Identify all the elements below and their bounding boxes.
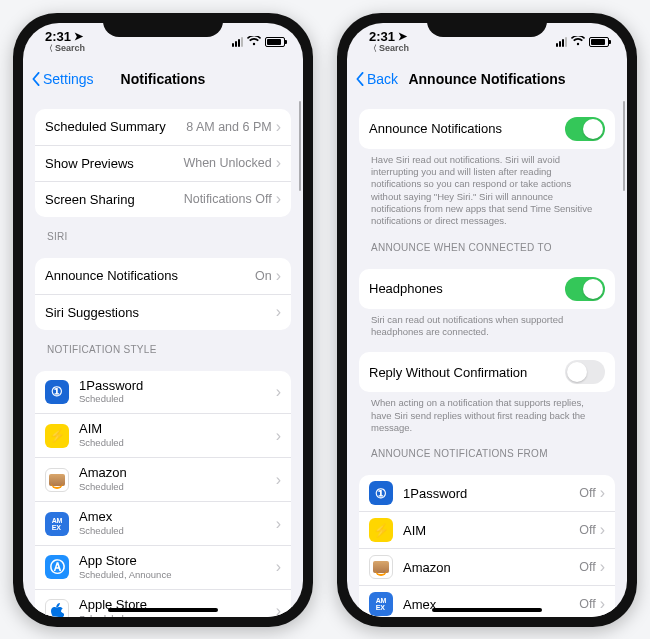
app-sub: Scheduled [79,438,276,449]
row-value: 8 AM and 6 PM [186,120,271,134]
row-show-previews[interactable]: Show Previews When Unlocked› [35,145,291,181]
app-icon [45,468,69,492]
app-icon [369,555,393,579]
section-header-connected: ANNOUNCE WHEN CONNECTED TO [359,228,615,257]
group-headphones: Headphones [359,269,615,309]
toggle-headphones[interactable] [565,277,605,301]
scrollbar[interactable] [623,101,625,191]
group-siri: Announce Notifications On› Siri Suggesti… [35,258,291,330]
chevron-right-icon: › [600,522,605,538]
row-announce-notifications[interactable]: Announce Notifications [359,109,615,149]
page-title: Announce Notifications [408,71,565,87]
app-name: Amazon [79,466,276,481]
row-announce-notifications[interactable]: Announce Notifications On› [35,258,291,294]
row-reply[interactable]: Reply Without Confirmation [359,352,615,392]
chevron-right-icon: › [276,472,281,488]
app-row-apple-store[interactable]: Apple Store Scheduled › [35,589,291,617]
screen-right: 2:31 ➤ 〈 Search Back Announc [347,23,627,617]
back-button[interactable]: Settings [31,61,94,97]
phone-right: 2:31 ➤ 〈 Search Back Announc [337,13,637,627]
chevron-right-icon: › [276,268,281,284]
chevron-right-icon: › [600,485,605,501]
screen-left: 2:31 ➤ 〈 Search Settings Not [23,23,303,617]
app-name: Amex [79,510,276,525]
app-icon: Ⓐ [45,555,69,579]
toggle-announce[interactable] [565,117,605,141]
group-apps: ① 1Password Scheduled › ⚡ AIM Scheduled … [35,371,291,617]
app-name: Amazon [403,560,579,575]
content[interactable]: Scheduled Summary 8 AM and 6 PM› Show Pr… [23,97,303,617]
status-time: 2:31 [369,30,395,43]
group-general: Scheduled Summary 8 AM and 6 PM› Show Pr… [35,109,291,217]
app-row-amex[interactable]: AMEX Amex Scheduled › [35,501,291,545]
app-row-app-store[interactable]: Ⓐ App Store Scheduled, Announce › [35,545,291,589]
notch [427,13,547,37]
row-scheduled-summary[interactable]: Scheduled Summary 8 AM and 6 PM› [35,109,291,145]
app-row-amazon[interactable]: Amazon Off› [359,548,615,585]
row-label: Announce Notifications [45,268,255,283]
breadcrumb[interactable]: 〈 Search [369,44,409,53]
group-from-apps: ① 1Password Off› ⚡ AIM Off› Amazon Off› … [359,475,615,616]
chevron-right-icon: › [600,596,605,612]
content[interactable]: Announce Notifications Have Siri read ou… [347,97,627,617]
home-indicator[interactable] [432,608,542,612]
app-value: Off [579,560,595,574]
app-row-amex[interactable]: AMEX Amex Off› [359,585,615,616]
breadcrumb-label: Search [55,44,85,53]
chevron-right-icon: › [276,428,281,444]
app-row-aim[interactable]: ⚡ AIM Scheduled › [35,413,291,457]
chevron-right-icon: › [600,559,605,575]
row-label: Show Previews [45,156,183,171]
row-label: Announce Notifications [369,121,565,136]
location-icon: ➤ [398,31,407,42]
breadcrumb[interactable]: 〈 Search [45,44,85,53]
chevron-right-icon: › [276,119,281,135]
chevron-right-icon: › [276,559,281,575]
footer-reply: When acting on a notification that suppo… [359,392,615,434]
status-time: 2:31 [45,30,71,43]
app-row-1password[interactable]: ① 1Password Off› [359,475,615,511]
app-icon: ① [45,380,69,404]
toggle-reply[interactable] [565,360,605,384]
app-sub: Scheduled [79,482,276,493]
app-row-amazon[interactable]: Amazon Scheduled › [35,457,291,501]
app-icon: ⚡ [45,424,69,448]
row-value: Notifications Off [184,192,272,206]
row-label: Siri Suggestions [45,305,276,320]
home-indicator[interactable] [108,608,218,612]
cellular-icon [232,37,243,47]
row-siri-suggestions[interactable]: Siri Suggestions › [35,294,291,330]
location-icon: ➤ [74,31,83,42]
app-row-1password[interactable]: ① 1Password Scheduled › [35,371,291,414]
row-value: When Unlocked [183,156,271,170]
breadcrumb-label: Search [379,44,409,53]
app-sub: Scheduled [79,614,276,617]
app-icon: ⚡ [369,518,393,542]
group-reply: Reply Without Confirmation [359,352,615,392]
row-headphones[interactable]: Headphones [359,269,615,309]
battery-icon [265,37,285,47]
chevron-right-icon: › [276,155,281,171]
app-icon [45,599,69,616]
app-icon: AMEX [45,512,69,536]
row-label: Scheduled Summary [45,119,186,134]
chevron-left-icon [355,72,365,86]
app-icon: AMEX [369,592,393,616]
chevron-left-icon: 〈 [45,45,53,53]
notch [103,13,223,37]
app-name: 1Password [79,379,276,394]
wifi-icon [247,35,261,49]
app-row-aim[interactable]: ⚡ AIM Off› [359,511,615,548]
section-header-siri: SIRI [35,217,291,246]
app-sub: Scheduled [79,526,276,537]
app-name: App Store [79,554,276,569]
chevron-left-icon: 〈 [369,45,377,53]
back-label: Settings [43,71,94,87]
nav-bar: Back Announce Notifications [347,61,627,97]
scrollbar[interactable] [299,101,301,191]
back-button[interactable]: Back [355,61,398,97]
chevron-right-icon: › [276,603,281,616]
row-screen-sharing[interactable]: Screen Sharing Notifications Off› [35,181,291,217]
app-value: Off [579,523,595,537]
wifi-icon [571,35,585,49]
